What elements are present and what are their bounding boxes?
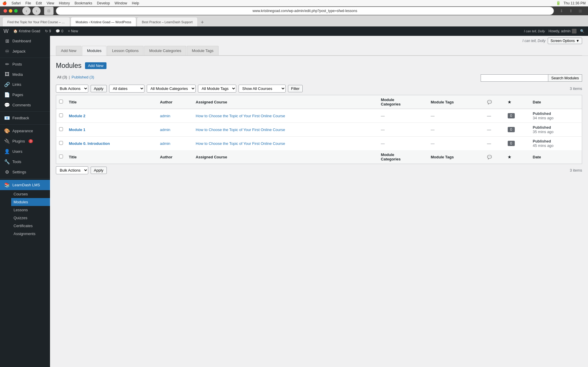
sidebar-item-assignments[interactable]: Assignments xyxy=(11,230,50,238)
sidebar-item-settings[interactable]: ⚙ Settings xyxy=(0,167,50,177)
search-btn[interactable]: 🔍 xyxy=(580,29,584,33)
author-header[interactable]: Author xyxy=(157,95,193,109)
sidebar-item-tools[interactable]: 🔧 Tools xyxy=(0,157,50,167)
date-header[interactable]: Date xyxy=(530,95,582,109)
new-tab-btn[interactable]: ⊞ xyxy=(576,7,584,15)
module-categories-footer[interactable]: ModuleCategories xyxy=(378,150,428,164)
file-menu[interactable]: File xyxy=(25,1,31,5)
tab-add-new[interactable]: Add New xyxy=(56,46,81,55)
row-checkbox-0[interactable] xyxy=(59,113,63,117)
author-link-2[interactable]: admin xyxy=(160,141,170,146)
download-btn[interactable]: ⬇ xyxy=(557,7,566,15)
sidebar-item-jetpack[interactable]: ♾ Jetpack xyxy=(0,46,50,56)
sidebar-item-learndash[interactable]: 📚 LearnDash LMS xyxy=(0,180,50,190)
share-btn[interactable]: ⬆ xyxy=(567,7,575,15)
top-bulk-actions-select[interactable]: Bulk Actions xyxy=(56,85,88,93)
search-modules-input[interactable] xyxy=(481,74,548,82)
select-all-footer-checkbox[interactable] xyxy=(59,155,63,158)
all-tags-select[interactable]: All Module Tags xyxy=(198,85,236,93)
browser-tab-0[interactable]: Find the Topic for Your Pilot Course – G… xyxy=(2,17,70,26)
author-link-1[interactable]: admin xyxy=(160,128,170,132)
updates-btn[interactable]: ↻ 9 xyxy=(45,29,51,33)
tab-lesson-options[interactable]: Lesson Options xyxy=(107,46,144,55)
add-new-page-btn[interactable]: Add New xyxy=(85,62,106,69)
module-title-link-1[interactable]: Module 1 xyxy=(69,128,85,132)
maximize-window-btn[interactable] xyxy=(14,9,18,13)
filter-btn[interactable]: Filter xyxy=(288,85,303,92)
screen-options-btn[interactable]: Screen Options ▼ xyxy=(548,38,582,44)
bookmarks-menu[interactable]: Bookmarks xyxy=(75,1,92,5)
minimize-window-btn[interactable] xyxy=(9,9,12,13)
forward-btn[interactable]: › xyxy=(32,7,41,15)
bottom-bulk-actions-select[interactable]: Bulk Actions xyxy=(56,166,88,174)
window-menu[interactable]: Window xyxy=(115,1,127,5)
module-tags-header[interactable]: Module Tags xyxy=(428,95,484,109)
window-controls[interactable] xyxy=(4,9,18,13)
view-menu[interactable]: View xyxy=(46,1,54,5)
sidebar-item-modules[interactable]: Modules xyxy=(11,198,50,206)
help-menu[interactable]: Help xyxy=(132,1,139,5)
reader-btn[interactable]: ⊡ xyxy=(44,7,54,15)
close-window-btn[interactable] xyxy=(4,9,7,13)
url-bar[interactable] xyxy=(56,7,554,15)
course-link-2[interactable]: How to Choose the Topic of Your First On… xyxy=(196,141,285,146)
site-name-btn[interactable]: 🏠 Kristine Goad xyxy=(13,29,40,33)
sidebar-item-links[interactable]: 🔗 Links xyxy=(0,79,50,90)
module-title-link-0[interactable]: Module 2 xyxy=(69,114,85,118)
history-menu[interactable]: History xyxy=(59,1,70,5)
tab-modules[interactable]: Modules xyxy=(82,46,106,56)
tab-module-categories[interactable]: Module Categories xyxy=(144,46,186,55)
new-content-btn[interactable]: + New xyxy=(68,29,78,33)
apple-icon[interactable]: 🍎 xyxy=(2,1,7,5)
sidebar-item-comments[interactable]: 💬 Comments xyxy=(0,100,50,110)
module-title-link-2[interactable]: Module 0. Introduction xyxy=(69,141,110,146)
sidebar-item-courses[interactable]: Courses xyxy=(11,190,50,198)
bottom-apply-btn[interactable]: Apply xyxy=(91,167,107,174)
course-link-0[interactable]: How to Choose the Topic of Your First On… xyxy=(196,114,285,118)
top-apply-btn[interactable]: Apply xyxy=(91,85,107,92)
sidebar-item-media[interactable]: 🖼 Media xyxy=(0,69,50,79)
title-header[interactable]: Title xyxy=(66,95,157,109)
module-tags-footer[interactable]: Module Tags xyxy=(428,150,484,164)
all-categories-select[interactable]: All Module Categories xyxy=(147,85,196,93)
search-modules-btn[interactable]: Search Modules xyxy=(548,74,582,82)
course-link-1[interactable]: How to Choose the Topic of Your First On… xyxy=(196,128,285,132)
assigned-course-footer[interactable]: Assigned Course xyxy=(193,150,378,164)
browser-tab-2[interactable]: Best Practice – LearnDash Support xyxy=(137,17,197,26)
sidebar-item-certificates[interactable]: Certificates xyxy=(11,222,50,230)
wp-logo-btn[interactable]: W xyxy=(4,28,9,34)
edit-menu[interactable]: Edit xyxy=(36,1,42,5)
title-footer[interactable]: Title xyxy=(66,150,157,164)
sidebar-item-dashboard[interactable]: ⊞ Dashboard xyxy=(0,36,50,46)
module-tags-footer-label: Module Tags xyxy=(431,155,454,159)
tab-module-tags[interactable]: Module Tags xyxy=(187,46,218,55)
comments-btn[interactable]: 💬 0 xyxy=(56,29,63,33)
row-checkbox-1[interactable] xyxy=(59,127,63,131)
sidebar-item-feedback[interactable]: 📧 Feedback xyxy=(0,113,50,123)
sidebar-item-lessons[interactable]: Lessons xyxy=(11,206,50,214)
sidebar-item-pages[interactable]: 📄 Pages xyxy=(0,90,50,100)
row-checkbox-2[interactable] xyxy=(59,141,63,145)
howdy-btn[interactable]: Howdy, admin xyxy=(549,29,577,33)
author-footer[interactable]: Author xyxy=(157,150,193,164)
browser-tab-1[interactable]: Modules ‹ Kristine Goad — WordPress xyxy=(71,17,136,26)
sidebar-item-appearance[interactable]: 🎨 Appearance xyxy=(0,126,50,136)
filter-published-link[interactable]: Published (3) xyxy=(70,74,95,80)
author-link-0[interactable]: admin xyxy=(160,114,170,118)
back-btn[interactable]: ‹ xyxy=(22,7,31,15)
date-footer[interactable]: Date xyxy=(530,150,582,164)
safari-menu[interactable]: Safari xyxy=(11,1,21,5)
show-all-courses-select[interactable]: Show All Courses xyxy=(239,85,286,93)
sidebar-item-quizzes[interactable]: Quizzes xyxy=(11,214,50,222)
add-tab-btn[interactable]: + xyxy=(198,18,206,26)
sidebar-item-posts[interactable]: ✏ Posts xyxy=(0,59,50,69)
sidebar-item-plugins[interactable]: 🔌 Plugins 3 xyxy=(0,136,50,146)
assigned-course-header[interactable]: Assigned Course xyxy=(193,95,378,109)
filter-all-link[interactable]: All (3) xyxy=(56,74,68,80)
select-all-checkbox[interactable] xyxy=(59,100,63,103)
develop-menu[interactable]: Develop xyxy=(97,1,110,5)
all-dates-select[interactable]: All dates xyxy=(109,85,144,93)
sidebar-item-users[interactable]: 👤 Users xyxy=(0,146,50,157)
module-categories-header[interactable]: ModuleCategories xyxy=(378,95,428,109)
sidebar-label-pages: Pages xyxy=(12,93,23,97)
